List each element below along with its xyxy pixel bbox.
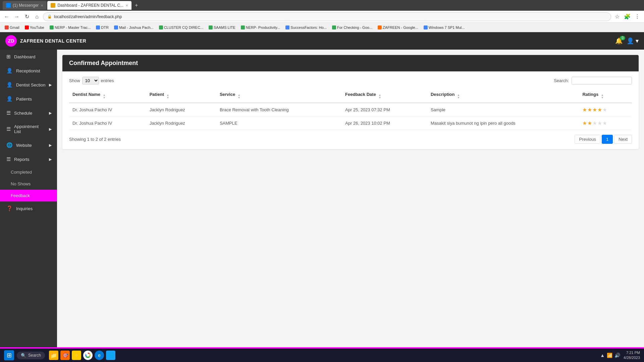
pagination-buttons: Previous 1 Next: [575, 135, 632, 144]
col-service[interactable]: Service ▲▼: [216, 88, 342, 103]
sidebar-item-dentist-section[interactable]: 👤 Dentist Section ▶: [0, 78, 57, 92]
star-3-row-1: ★: [592, 120, 597, 126]
tab-dashboard[interactable]: Dashboard - ZAFREEN DENTAL C... ✕: [47, 1, 131, 10]
cell-feedback-date: Apr 25, 2023 07:32 PM: [342, 103, 427, 117]
reports-expand-arrow: ▶: [49, 157, 52, 162]
star-4-row-0: ★: [597, 107, 602, 113]
sidebar-item-appointment[interactable]: ☰ Appointment List ▶: [0, 120, 57, 138]
sidebar-item-receptionist[interactable]: 👤 Receptionist: [0, 64, 57, 78]
start-button[interactable]: ⊞: [4, 350, 14, 360]
tab-close-dashboard[interactable]: ✕: [125, 4, 128, 7]
bookmark-youtube[interactable]: YouTube: [23, 25, 46, 30]
col-ratings[interactable]: Ratings ▲▼: [579, 88, 632, 103]
sidebar-sub-no-shows[interactable]: No Shows: [0, 178, 57, 190]
bookmark-button[interactable]: ☆: [613, 13, 621, 21]
next-button[interactable]: Next: [614, 135, 632, 144]
cell-dentist: Dr. Joshua Pacho IV: [69, 117, 146, 130]
back-button[interactable]: ←: [3, 13, 11, 21]
taskbar-chrome[interactable]: [83, 351, 93, 360]
app-logo: ZD: [5, 35, 17, 47]
search-input[interactable]: [572, 77, 632, 84]
user-menu[interactable]: 👤 ▾: [627, 37, 639, 45]
bookmark-nerp2[interactable]: NERP- Productivity...: [239, 25, 282, 30]
cell-patient: Jacklyn Rodriguez: [146, 103, 216, 117]
bookmark-mail[interactable]: Mail - Joshua Pach...: [112, 25, 156, 30]
star-2-row-0: ★: [587, 107, 592, 113]
previous-button[interactable]: Previous: [575, 135, 600, 144]
sidebar-sub-feedback[interactable]: Feedback: [0, 190, 57, 201]
volume-icon[interactable]: 🔊: [614, 353, 620, 358]
dashboard-icon: ⊞: [6, 54, 11, 60]
sf-favicon: [285, 25, 289, 29]
taskbar-search-bar[interactable]: 🔍 Search: [17, 352, 45, 359]
main-layout: ⊞ Dashboard 👤 Receptionist 👤 Dentist Sec…: [0, 50, 644, 347]
windows-favicon: [424, 25, 428, 29]
dentist-icon: 👤: [6, 82, 13, 88]
bookmark-windows[interactable]: Windows 7 SP1 Mul...: [422, 25, 467, 30]
forward-button[interactable]: →: [13, 13, 21, 21]
taskbar-ie[interactable]: 🌐: [106, 351, 115, 360]
notification-bell[interactable]: 🔔 0: [615, 37, 623, 45]
show-label: Show: [69, 78, 80, 83]
bookmark-saams[interactable]: SAAMS LITE: [207, 25, 237, 30]
nerp1-favicon: [50, 25, 54, 29]
bookmark-gmail[interactable]: Gmail: [3, 25, 21, 30]
sidebar-item-patients[interactable]: 👤 Patients: [0, 92, 57, 106]
top-bar: ZD ZAFREEN DENTAL CENTER 🔔 0 👤 ▾: [0, 32, 644, 50]
bookmark-sf[interactable]: SuccessFactors: Ho...: [283, 25, 329, 30]
page-title: Confirmed Appointment: [69, 60, 138, 66]
bookmark-dtr[interactable]: DTR: [94, 25, 111, 30]
page-1-button[interactable]: 1: [602, 135, 613, 144]
pagination-info: Showing 1 to 2 of 2 entries: [69, 137, 121, 142]
bookmark-zafreen[interactable]: ZAFREEN - Google...: [376, 25, 420, 30]
svg-point-1: [87, 354, 89, 357]
schedule-expand-arrow: ▶: [49, 111, 52, 115]
bookmark-nerp1[interactable]: NERP - Master Trac...: [48, 25, 93, 30]
home-button[interactable]: ⌂: [33, 13, 41, 21]
col-patient[interactable]: Patient ▲▼: [146, 88, 216, 103]
tray-up-arrow[interactable]: ▲: [600, 353, 605, 358]
appointment-icon: ☰: [6, 126, 11, 132]
col-feedback-date[interactable]: Feedback Date ▲▼: [342, 88, 427, 103]
star-5-row-1: ★: [602, 120, 607, 126]
feedback-table: Dentist Name ▲▼ Patient ▲▼ Service ▲▼: [69, 88, 632, 130]
reload-button[interactable]: ↻: [23, 13, 31, 21]
taskbar-orange-app[interactable]: 🎯: [60, 351, 70, 360]
cell-description: Masakit siya bumunot ng ipin pero all go…: [427, 117, 579, 130]
star-4-row-1: ★: [597, 120, 602, 126]
star-1-row-1: ★: [582, 120, 587, 126]
content-area: Confirmed Appointment Show 10 25 50 100: [57, 50, 644, 347]
bookmark-cluster[interactable]: CLUSTER CQ DIREC...: [157, 25, 205, 30]
sidebar-sub-completed[interactable]: Completed: [0, 166, 57, 178]
sort-patient: ▲▼: [167, 94, 169, 99]
saams-favicon: [209, 25, 213, 29]
more-button[interactable]: ⋮: [633, 13, 641, 21]
entries-select[interactable]: 10 25 50 100: [82, 77, 99, 84]
sidebar-item-dashboard[interactable]: ⊞ Dashboard: [0, 50, 57, 64]
sidebar-item-inquiries[interactable]: ❓ Inquiries: [0, 201, 57, 216]
sidebar-item-schedule[interactable]: ☰ Schedule ▶: [0, 106, 57, 120]
tab-close-messenger[interactable]: ✕: [41, 4, 43, 7]
bookmark-forchecking[interactable]: For Checking - Goo...: [330, 25, 374, 30]
search-row: Search:: [554, 77, 632, 84]
col-dentist[interactable]: Dentist Name ▲▼: [69, 88, 146, 103]
extensions-button[interactable]: 🧩: [623, 13, 631, 21]
schedule-icon: ☰: [6, 110, 11, 116]
col-description[interactable]: Description ▲▼: [427, 88, 579, 103]
cell-feedback-date: Apr 26, 2023 10:02 PM: [342, 117, 427, 130]
taskbar-app3[interactable]: ⚡: [72, 351, 81, 360]
address-bar[interactable]: 🔒 localhost/zafreen/admin/feedback.php: [43, 12, 611, 21]
messenger-favicon: [6, 3, 11, 8]
new-tab-button[interactable]: +: [132, 2, 141, 8]
tab-messenger[interactable]: (1) Messenger ✕: [3, 1, 47, 10]
app-container: ZD ZAFREEN DENTAL CENTER 🔔 0 👤 ▾ ⊞ Dashb…: [0, 32, 644, 362]
notification-badge: 0: [620, 36, 625, 40]
sidebar-item-website[interactable]: 🌐 Website ▶: [0, 138, 57, 152]
patients-icon: 👤: [6, 96, 13, 102]
taskbar-edge[interactable]: e: [95, 351, 104, 360]
taskbar-file-explorer[interactable]: 📁: [49, 351, 58, 360]
sort-service: ▲▼: [238, 94, 240, 99]
sidebar-item-reports[interactable]: ☰ Reports ▶: [0, 152, 57, 166]
zafreen-favicon: [378, 25, 382, 29]
cell-patient: Jacklyn Rodriguez: [146, 117, 216, 130]
